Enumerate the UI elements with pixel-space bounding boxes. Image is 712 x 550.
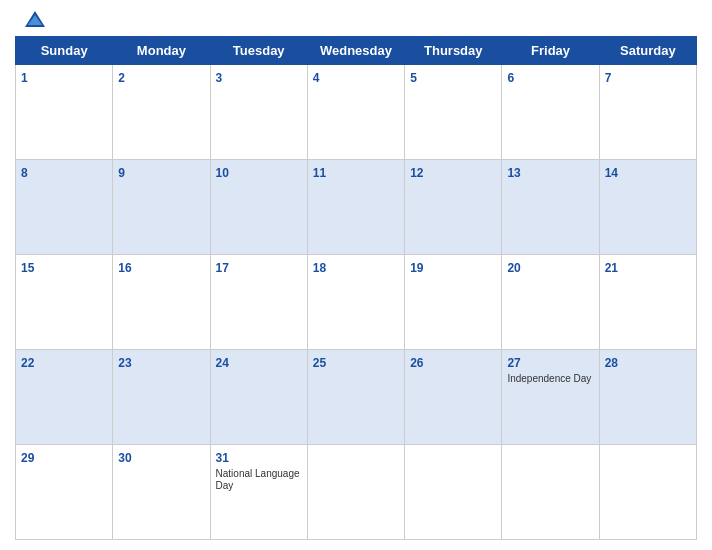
logo: [20, 10, 46, 28]
day-number: 24: [216, 356, 229, 370]
calendar-cell: 12: [405, 160, 502, 255]
week-row-5: 293031National Language Day: [16, 445, 697, 540]
calendar-cell: 9: [113, 160, 210, 255]
calendar-cell: 18: [307, 255, 404, 350]
weekday-header-sunday: Sunday: [16, 37, 113, 65]
day-number: 25: [313, 356, 326, 370]
calendar-cell: 27Independence Day: [502, 350, 599, 445]
calendar-cell: 23: [113, 350, 210, 445]
calendar-cell: 29: [16, 445, 113, 540]
calendar-cell: 17: [210, 255, 307, 350]
calendar-cell: 3: [210, 65, 307, 160]
calendar-cell: [405, 445, 502, 540]
logo-icon: [24, 10, 46, 28]
calendar-cell: 7: [599, 65, 696, 160]
day-number: 19: [410, 261, 423, 275]
day-number: 23: [118, 356, 131, 370]
calendar-cell: 14: [599, 160, 696, 255]
calendar-cell: 5: [405, 65, 502, 160]
day-number: 27: [507, 356, 520, 370]
calendar-cell: 31National Language Day: [210, 445, 307, 540]
calendar-cell: 19: [405, 255, 502, 350]
calendar-cell: 2: [113, 65, 210, 160]
calendar-cell: 13: [502, 160, 599, 255]
day-number: 6: [507, 71, 514, 85]
weekday-header-monday: Monday: [113, 37, 210, 65]
calendar-cell: 10: [210, 160, 307, 255]
calendar-table: SundayMondayTuesdayWednesdayThursdayFrid…: [15, 36, 697, 540]
day-number: 20: [507, 261, 520, 275]
holiday-label: Independence Day: [507, 373, 593, 385]
calendar-cell: 21: [599, 255, 696, 350]
calendar-cell: 28: [599, 350, 696, 445]
day-number: 5: [410, 71, 417, 85]
week-row-1: 1234567: [16, 65, 697, 160]
day-number: 30: [118, 451, 131, 465]
calendar-cell: [599, 445, 696, 540]
calendar-cell: 4: [307, 65, 404, 160]
calendar-cell: 11: [307, 160, 404, 255]
calendar-cell: 20: [502, 255, 599, 350]
calendar-cell: 26: [405, 350, 502, 445]
day-number: 10: [216, 166, 229, 180]
week-row-3: 15161718192021: [16, 255, 697, 350]
calendar-cell: 15: [16, 255, 113, 350]
weekday-header-wednesday: Wednesday: [307, 37, 404, 65]
calendar-cell: 6: [502, 65, 599, 160]
calendar-cell: [307, 445, 404, 540]
holiday-label: National Language Day: [216, 468, 302, 492]
calendar-cell: 16: [113, 255, 210, 350]
day-number: 8: [21, 166, 28, 180]
calendar-cell: 30: [113, 445, 210, 540]
day-number: 15: [21, 261, 34, 275]
day-number: 14: [605, 166, 618, 180]
day-number: 12: [410, 166, 423, 180]
day-number: 26: [410, 356, 423, 370]
day-number: 2: [118, 71, 125, 85]
calendar-cell: 8: [16, 160, 113, 255]
day-number: 22: [21, 356, 34, 370]
calendar-cell: 24: [210, 350, 307, 445]
day-number: 9: [118, 166, 125, 180]
calendar-cell: [502, 445, 599, 540]
day-number: 4: [313, 71, 320, 85]
day-number: 28: [605, 356, 618, 370]
weekday-header-saturday: Saturday: [599, 37, 696, 65]
day-number: 16: [118, 261, 131, 275]
day-number: 3: [216, 71, 223, 85]
weekday-header-thursday: Thursday: [405, 37, 502, 65]
day-number: 29: [21, 451, 34, 465]
day-number: 7: [605, 71, 612, 85]
weekday-header-row: SundayMondayTuesdayWednesdayThursdayFrid…: [16, 37, 697, 65]
calendar-cell: 25: [307, 350, 404, 445]
week-row-4: 222324252627Independence Day28: [16, 350, 697, 445]
day-number: 21: [605, 261, 618, 275]
calendar-cell: 22: [16, 350, 113, 445]
day-number: 17: [216, 261, 229, 275]
calendar-cell: 1: [16, 65, 113, 160]
week-row-2: 891011121314: [16, 160, 697, 255]
day-number: 18: [313, 261, 326, 275]
day-number: 1: [21, 71, 28, 85]
weekday-header-tuesday: Tuesday: [210, 37, 307, 65]
day-number: 13: [507, 166, 520, 180]
day-number: 31: [216, 451, 229, 465]
day-number: 11: [313, 166, 326, 180]
weekday-header-friday: Friday: [502, 37, 599, 65]
calendar-header: [15, 10, 697, 28]
